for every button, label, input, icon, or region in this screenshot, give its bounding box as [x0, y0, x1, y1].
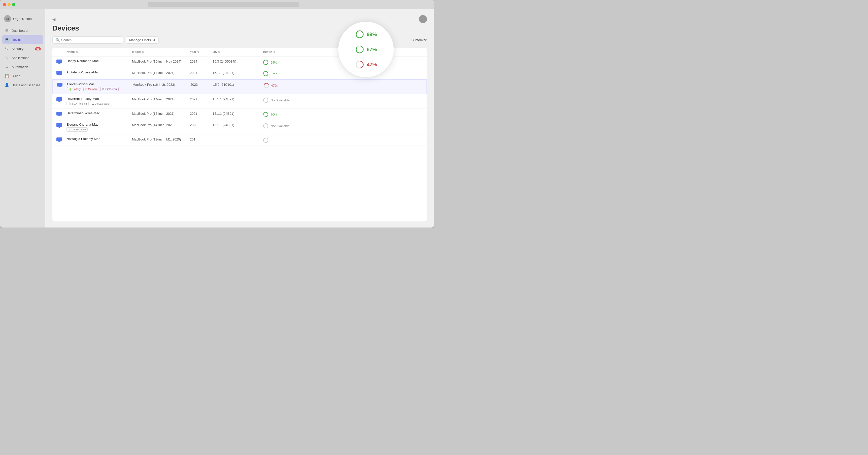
- unreachable-tag-label: Unreachable: [95, 103, 109, 105]
- device-tags: 🔋 Battery ⚠ Malware 🛡 Protection: [67, 87, 132, 91]
- table-row[interactable]: Reverent-Leakey-Mac 📋 FDA Pending ☁ Unre…: [52, 94, 427, 109]
- unreachable-tag-icon: ☁: [68, 128, 71, 131]
- health-value: Not Available: [271, 124, 290, 128]
- dashboard-label: Dashboard: [11, 29, 28, 32]
- maximize-button[interactable]: [12, 3, 15, 6]
- protection-tag-label: Protection: [105, 88, 117, 90]
- manage-filters-button[interactable]: Manage Filters ⚙: [126, 36, 159, 44]
- applications-icon: ⊙: [4, 56, 9, 60]
- device-tags: ☁ Unreachable: [66, 127, 132, 132]
- health-cell: 87%: [263, 70, 308, 77]
- tag-protection: 🛡 Protection: [100, 87, 118, 91]
- close-button[interactable]: [3, 3, 6, 6]
- th-os[interactable]: OS ⇅: [213, 50, 263, 54]
- health-ring-icon: [263, 59, 269, 65]
- model-cell: MacBook Pro (14-inch, 2023): [132, 122, 190, 127]
- org-name: Organization: [13, 17, 32, 21]
- sidebar-item-automation[interactable]: ⚙ Automation: [2, 62, 43, 71]
- model-cell: MacBook Pro (16-inch, 2023): [132, 82, 190, 86]
- users-and-licenses-icon: 👤: [4, 83, 9, 87]
- table-row[interactable]: Nostalgic-Ptolemy-Mac MacBook Pro (13-in…: [52, 135, 427, 146]
- health-ring-icon: [263, 97, 269, 103]
- svg-point-10: [264, 138, 268, 142]
- search-input[interactable]: [61, 38, 120, 42]
- th-health[interactable]: Health ⇅: [263, 50, 308, 54]
- minimize-button[interactable]: [7, 3, 10, 6]
- security-icon: 🛡: [4, 47, 9, 51]
- traffic-lights: [3, 3, 15, 6]
- svg-point-9: [264, 123, 268, 128]
- th-name[interactable]: Name ⇅: [66, 50, 132, 54]
- health-cell: 47%: [264, 82, 309, 88]
- laptop-icon: [56, 138, 62, 142]
- model-cell: MacBook Pro (16-inch, Nov 2024): [132, 59, 190, 63]
- sort-year-icon: ⇅: [197, 51, 199, 54]
- os-cell: 15.1.1 (24B91): [213, 111, 263, 115]
- table-row[interactable]: Happy-Neumann-Mac MacBook Pro (16-inch, …: [52, 57, 427, 68]
- table-row[interactable]: Agitated-Wozniak-Mac MacBook Pro (14-inc…: [52, 68, 427, 79]
- dashboard-icon: ⊞: [4, 28, 9, 33]
- device-name-cell: Happy-Neumann-Mac: [66, 59, 132, 63]
- table-header: Name ⇅ Model ⇅ Year ⇅ OS ⇅: [52, 48, 427, 57]
- year-cell: 201: [190, 137, 213, 141]
- model-cell: MacBook Pro (13-inch, M1, 2020): [132, 137, 190, 141]
- customize-button[interactable]: Customize: [411, 38, 427, 42]
- fda-tag-label: FDA Pending: [72, 103, 87, 105]
- laptop-icon: [56, 123, 62, 127]
- malware-tag-icon: ⚠: [85, 88, 87, 90]
- health-cell: [263, 137, 308, 143]
- applications-label: Applications: [11, 56, 29, 60]
- device-name-cell: Determined-Wiles-Mac: [66, 111, 132, 115]
- svg-point-6: [264, 98, 268, 103]
- toolbar: 🔍 Manage Filters ⚙ Customize: [52, 36, 427, 44]
- device-name: Agitated-Wozniak-Mac: [66, 70, 132, 74]
- th-model[interactable]: Model ⇅: [132, 50, 190, 54]
- laptop-icon: [56, 112, 62, 116]
- table-row[interactable]: Clever-Wilson-Mac 🔋 Battery ⚠ Malware 🛡 …: [52, 79, 427, 94]
- sidebar-item-billing[interactable]: 📋 Billing: [2, 72, 43, 80]
- search-icon: 🔍: [56, 38, 60, 42]
- device-name: Clever-Wilson-Mac: [67, 82, 132, 86]
- health-value: 99%: [271, 60, 277, 64]
- battery-tag-icon: 🔋: [69, 88, 72, 90]
- table-body: Happy-Neumann-Mac MacBook Pro (16-inch, …: [52, 57, 427, 146]
- year-cell: 2021: [190, 111, 213, 115]
- table-row[interactable]: Determined-Wiles-Mac MacBook Pro (16-inc…: [52, 109, 427, 120]
- laptop-icon: [56, 71, 62, 76]
- device-icon-cell: [56, 122, 66, 127]
- device-icon-cell: [56, 97, 66, 102]
- collapse-sidebar-button[interactable]: ◀: [52, 17, 55, 22]
- health-value: Not Available: [271, 98, 290, 102]
- org-avatar: Or: [4, 15, 11, 22]
- th-year[interactable]: Year ⇅: [190, 50, 213, 54]
- device-name: Elegant-Khorana-Mac: [66, 122, 132, 126]
- security-badge: 61: [35, 47, 41, 51]
- laptop-icon: [57, 83, 63, 87]
- os-cell: 15.1.1 (24B91): [213, 70, 263, 75]
- device-name-cell: Elegant-Khorana-Mac ☁ Unreachable: [66, 122, 132, 132]
- sidebar-item-dashboard[interactable]: ⊞ Dashboard: [2, 26, 43, 35]
- sidebar-item-users-and-licenses[interactable]: 👤 Users and Licenses: [2, 81, 43, 89]
- sidebar-item-security[interactable]: 🛡 Security 61: [2, 45, 43, 53]
- health-cell: Not Available: [263, 122, 308, 129]
- sidebar-navigation: ⊞ Dashboard 💻 Devices 🛡 Security 61 ⊙ Ap…: [0, 26, 45, 89]
- sort-model-icon: ⇅: [142, 51, 144, 54]
- year-cell: 2023: [190, 82, 213, 86]
- tag-battery: 🔋 Battery: [67, 87, 82, 91]
- sort-health-icon: ⇅: [273, 51, 275, 54]
- sidebar-item-applications[interactable]: ⊙ Applications: [2, 54, 43, 62]
- user-avatar[interactable]: [419, 15, 427, 23]
- os-cell: 15.1.1 (24B91): [213, 122, 263, 127]
- table-row[interactable]: Elegant-Khorana-Mac ☁ Unreachable MacBoo…: [52, 120, 427, 135]
- titlebar: [0, 0, 434, 9]
- sidebar-item-devices[interactable]: 💻 Devices: [2, 35, 43, 44]
- search-box[interactable]: 🔍: [52, 36, 123, 44]
- health-cell: 80%: [263, 111, 308, 117]
- device-name-cell: Reverent-Leakey-Mac 📋 FDA Pending ☁ Unre…: [66, 97, 132, 106]
- year-cell: 2024: [190, 59, 213, 63]
- health-ring-icon: [263, 138, 269, 143]
- device-name: Determined-Wiles-Mac: [66, 111, 132, 115]
- device-name: Nostalgic-Ptolemy-Mac: [66, 137, 132, 141]
- device-name: Reverent-Leakey-Mac: [66, 97, 132, 101]
- device-tags: 📋 FDA Pending ☁ Unreachable: [66, 102, 132, 106]
